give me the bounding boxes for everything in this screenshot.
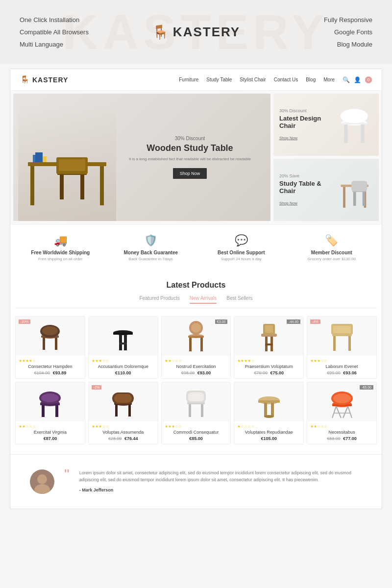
svg-rect-48 bbox=[348, 336, 351, 351]
feature-shipping-title: Free Worldwide Shipping bbox=[15, 250, 106, 255]
tab-best-sellers[interactable]: Best Sellers bbox=[226, 295, 252, 304]
product-old-price-3: €98.00 bbox=[181, 370, 195, 375]
product-badge-10: -€6.00 bbox=[360, 385, 373, 390]
product-new-price-4: €75.00 bbox=[270, 370, 284, 375]
discount-icon: 🏷️ bbox=[287, 234, 377, 247]
svg-rect-35 bbox=[188, 336, 204, 338]
feature-guarantee: 🛡️ Money Back Guarantee Back Guarantee i… bbox=[106, 234, 196, 261]
svg-rect-28 bbox=[42, 326, 58, 335]
store-logo-icon: 🪑 bbox=[20, 75, 30, 84]
feature-responsive: Fully Responsive bbox=[324, 16, 372, 24]
svg-rect-13 bbox=[344, 124, 348, 143]
feature-discount-title: Member Discount bbox=[287, 250, 377, 255]
shipping-icon: 🚚 bbox=[15, 234, 106, 247]
svg-rect-15 bbox=[341, 108, 368, 123]
feature-support-desc: Support 24 hours a day bbox=[196, 257, 287, 261]
feature-guarantee-desc: Back Guarantee in 7days bbox=[106, 257, 196, 261]
svg-rect-20 bbox=[353, 192, 356, 205]
product-old-price-1: €104.00 bbox=[34, 370, 50, 375]
product-info-2: ★★★☆☆ Accusantium Doloremque €110.00 bbox=[89, 356, 158, 378]
product-card-10: -€6.00 bbox=[307, 382, 377, 444]
hero-content: 30% Discount Wooden Study Table It is a … bbox=[129, 136, 261, 178]
nav-study-table[interactable]: Study Table bbox=[206, 77, 232, 82]
side-top-title: Latest Design Chair bbox=[279, 115, 336, 129]
testimonial-content: Lorem ipsum dolor sit amet, consectetur … bbox=[79, 469, 362, 492]
search-icon[interactable]: 🔍 bbox=[343, 76, 350, 83]
side-bottom-shop-button[interactable]: Shop Now bbox=[279, 201, 297, 205]
logo-chair-icon: 🪑 bbox=[152, 24, 169, 40]
user-icon[interactable]: 👤 bbox=[354, 76, 361, 83]
nav-more[interactable]: More bbox=[323, 77, 335, 82]
nav-stylist-chair[interactable]: Stylist Chair bbox=[240, 77, 266, 82]
nav-furniture[interactable]: Furniture bbox=[179, 77, 198, 82]
product-single-price-6: €87.00 bbox=[44, 436, 57, 441]
product-card-8: ★★★☆☆ Commodi Consequatur €85.00 bbox=[161, 382, 231, 444]
testimonial-avatar bbox=[30, 469, 54, 494]
hero-desc: It is a long established fact that reada… bbox=[129, 156, 251, 162]
store-logo[interactable]: 🪑 KASTERY bbox=[20, 75, 68, 84]
testimonial-section: " Lorem ipsum dolor sit amet, consectetu… bbox=[10, 454, 382, 509]
store-logo-text: KASTERY bbox=[32, 76, 68, 84]
svg-rect-37 bbox=[200, 338, 203, 351]
side-top-shop-button[interactable]: Shop Now bbox=[279, 136, 297, 140]
product-price-8: €85.00 bbox=[165, 436, 228, 441]
top-banner: KASTERY One Click Installation Compatibl… bbox=[0, 0, 392, 64]
svg-rect-22 bbox=[351, 181, 367, 191]
svg-rect-62 bbox=[114, 394, 132, 403]
feature-guarantee-title: Money Back Guarantee bbox=[106, 250, 196, 255]
product-new-price-5: €93.06 bbox=[343, 370, 357, 375]
product-single-price-2: €110.00 bbox=[115, 370, 131, 375]
svg-rect-47 bbox=[333, 336, 336, 351]
feature-support-title: Best Online Support bbox=[196, 250, 287, 255]
svg-rect-14 bbox=[361, 124, 365, 143]
hero-side-top-banner: 30% Discount Latest Design Chair Shop No… bbox=[273, 94, 379, 156]
product-stars-9: ★☆☆☆☆ bbox=[237, 424, 300, 429]
product-info-7: ★★★☆☆ Voluptas Assumenda €28.00 €76.44 bbox=[89, 421, 158, 444]
product-name-4: Praesentium Voluptatum bbox=[237, 364, 300, 369]
hero-section: 30% Discount Wooden Study Table It is a … bbox=[10, 91, 382, 224]
product-price-5: €99.00 €93.06 bbox=[310, 370, 373, 375]
testimonial-text: Lorem ipsum dolor sit amet, consectetur … bbox=[79, 469, 362, 484]
product-single-price-9: €105.00 bbox=[261, 436, 277, 441]
svg-rect-25 bbox=[43, 338, 45, 350]
features-bar: 🚚 Free Worldwide Shipping Free shipping … bbox=[10, 224, 382, 271]
product-badge-4: -44.00 bbox=[287, 319, 300, 324]
product-old-price-5: €99.00 bbox=[327, 370, 341, 375]
svg-rect-26 bbox=[55, 338, 57, 350]
product-img-8 bbox=[162, 382, 231, 421]
nav-blog[interactable]: Blog bbox=[306, 77, 316, 82]
svg-rect-2 bbox=[100, 166, 104, 205]
svg-rect-45 bbox=[265, 325, 273, 333]
feature-shipping-desc: Free shipping on all order bbox=[15, 257, 106, 261]
svg-rect-59 bbox=[115, 405, 118, 416]
product-stars-6: ★★☆☆☆ bbox=[19, 424, 82, 429]
product-card-1: -20% ★★★★☆ Consectetur Hampden bbox=[15, 316, 85, 379]
svg-rect-1 bbox=[30, 166, 34, 205]
products-section-title: Latest Products bbox=[15, 281, 377, 290]
feature-discount-desc: Grocery order over $130.00 bbox=[287, 257, 377, 261]
hero-side-banners: 30% Discount Latest Design Chair Shop No… bbox=[273, 94, 379, 221]
product-badge-7: -2% bbox=[92, 385, 101, 390]
svg-rect-64 bbox=[189, 404, 191, 417]
product-name-10: Necessitabus bbox=[310, 430, 373, 435]
feature-multilang: Multi Language bbox=[20, 41, 89, 48]
nav-contact[interactable]: Contact Us bbox=[274, 77, 298, 82]
product-badge-3: €3.00 bbox=[215, 319, 228, 324]
store-nav-icons: 🔍 👤 0 bbox=[343, 76, 372, 83]
product-stars-7: ★★★☆☆ bbox=[92, 424, 155, 429]
svg-rect-4 bbox=[60, 175, 64, 199]
product-name-3: Nostrud Exercitation bbox=[165, 364, 228, 369]
hero-shop-now-button[interactable]: Shop Now bbox=[173, 168, 207, 179]
cart-badge[interactable]: 0 bbox=[365, 76, 372, 83]
product-price-2: €110.00 bbox=[92, 370, 155, 375]
product-img-9 bbox=[234, 382, 303, 421]
product-badge-1: -20% bbox=[19, 319, 30, 324]
product-price-3: €98.00 €93.00 bbox=[165, 370, 228, 375]
tab-new-arrivals[interactable]: New Arrivals bbox=[190, 295, 217, 304]
product-new-price-3: €93.00 bbox=[197, 370, 211, 375]
tab-featured[interactable]: Featured Products bbox=[139, 295, 179, 304]
product-name-7: Voluptas Assumenda bbox=[92, 430, 155, 435]
svg-rect-17 bbox=[343, 187, 345, 207]
top-banner-left: One Click Installation Compatible All Br… bbox=[20, 16, 89, 48]
hero-side-bottom-banner: 20% Save Study Table & Chair Shop Now bbox=[273, 159, 379, 221]
